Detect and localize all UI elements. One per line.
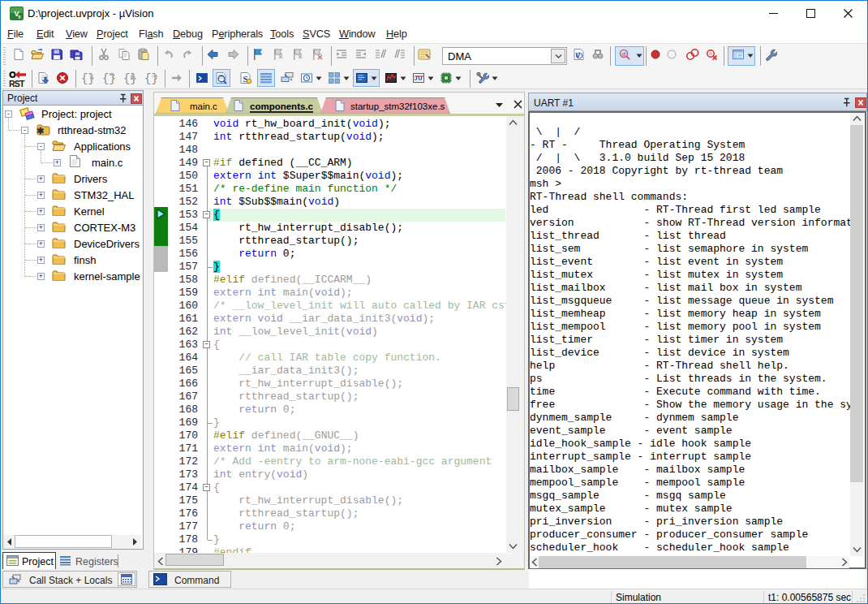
svg-text:✱: ✱ bbox=[37, 126, 44, 136]
svg-text:RST: RST bbox=[9, 79, 25, 88]
